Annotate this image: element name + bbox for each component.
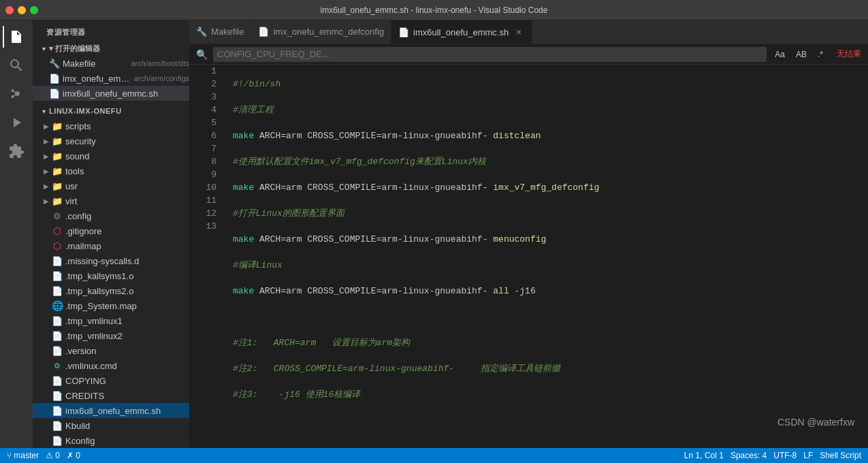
vmlinux1-label: .tmp_vmlinux1 (65, 316, 189, 326)
open-editors-section[interactable]: ▾ ▾ 打开的编辑器 (33, 41, 189, 56)
whole-word-btn[interactable]: AB (793, 48, 809, 61)
kallsyms1-icon: 📄 (52, 270, 63, 281)
tree-item-kallsyms1[interactable]: 📄 .tmp_kallsyms1.o (33, 268, 189, 283)
missing-syscalls-label: .missing-syscalls.d (65, 256, 189, 266)
tree-item-usr[interactable]: ▶ 📁 usr (33, 178, 189, 193)
code-line-12: #注2: CROSS_COMPILE=arm-linux-gnueabihf- … (233, 362, 857, 375)
close-button[interactable] (5, 6, 14, 14)
activity-bar (0, 20, 33, 448)
kallsyms2-icon: 📄 (52, 285, 63, 296)
tree-item-missing-syscalls[interactable]: 📄 .missing-syscalls.d (33, 253, 189, 268)
version-label: .version (65, 346, 189, 356)
tree-item-copying[interactable]: 📄 COPYING (33, 373, 189, 388)
copying-icon: 📄 (52, 375, 63, 386)
version-icon: 📄 (52, 345, 63, 356)
tree-item-virt[interactable]: ▶ 📁 virt (33, 193, 189, 208)
tree-item-vmlinux-cmd[interactable]: ⚙ .vmlinux.cmd (33, 358, 189, 373)
source-control-icon[interactable] (3, 80, 30, 108)
code-line-3: make ARCH=arm CROSS_COMPILE=arm-linux-gn… (233, 129, 857, 142)
tree-item-mailmap[interactable]: ⬡ .mailmap (33, 238, 189, 253)
open-file-makefile[interactable]: 🔧 Makefile arch/arm/boot/dts (33, 56, 189, 71)
tree-item-scripts[interactable]: ▶ 📁 scripts (33, 118, 189, 133)
search-input[interactable] (213, 47, 767, 62)
editor-content[interactable]: 1 2 3 4 5 6 7 8 9 10 11 12 13 #!/bin/sh … (189, 65, 868, 448)
tree-item-sysmap[interactable]: 🌐 .tmp_System.map (33, 298, 189, 313)
tree-item-vmlinux2[interactable]: 📄 .tmp_vmlinux2 (33, 328, 189, 343)
minimize-button[interactable] (18, 6, 26, 14)
main-layout: 资源管理器 ▾ ▾ 打开的编辑器 🔧 Makefile arch/arm/boo… (0, 20, 868, 448)
search-bar: 🔍 Aa AB .* 无结果 (189, 44, 868, 65)
cursor-position[interactable]: Ln 1, Col 1 (684, 451, 724, 460)
tree-item-config[interactable]: ⚙ .config (33, 208, 189, 223)
security-arrow: ▶ (41, 135, 52, 146)
watermark: CSDN @waterfxw (777, 417, 854, 428)
sh-tab-icon: 📄 (398, 27, 409, 37)
errors-count[interactable]: ⚠ 0 (46, 451, 60, 460)
code-line-10 (233, 310, 857, 323)
kallsyms1-label: .tmp_kallsyms1.o (65, 271, 189, 281)
vmlinux2-label: .tmp_vmlinux2 (65, 331, 189, 341)
warnings-count[interactable]: ✗ 0 (67, 451, 80, 460)
tree-item-credits[interactable]: 📄 CREDITS (33, 388, 189, 403)
tree-item-vmlinux1[interactable]: 📄 .tmp_vmlinux1 (33, 313, 189, 328)
line-numbers: 1 2 3 4 5 6 7 8 9 10 11 12 13 (189, 65, 222, 448)
defconfig-icon: 📄 (49, 73, 60, 84)
git-branch[interactable]: ⑂ master (7, 451, 39, 460)
open-file-defconfig[interactable]: 📄 imx_onefu_emmc_defconfig arch/arm/conf… (33, 71, 189, 86)
tree-item-sound[interactable]: ▶ 📁 sound (33, 148, 189, 163)
vmlinux2-icon: 📄 (52, 330, 63, 341)
vmlinux-cmd-icon: ⚙ (52, 360, 63, 371)
scripts-folder-icon: 📁 (52, 121, 63, 131)
makefile-tab-icon: 🔧 (196, 27, 207, 37)
tree-item-tools[interactable]: ▶ 📁 tools (33, 163, 189, 178)
virt-folder-icon: 📁 (52, 195, 63, 206)
tree-item-kallsyms2[interactable]: 📄 .tmp_kallsyms2.o (33, 283, 189, 298)
code-line-5: make ARCH=arm CROSS_COMPILE=arm-linux-gn… (233, 181, 857, 194)
tree-item-version[interactable]: 📄 .version (33, 343, 189, 358)
spaces[interactable]: Spaces: 4 (730, 451, 767, 460)
kbuild-label: Kbuild (65, 421, 189, 431)
tree-item-kconfig[interactable]: 📄 Kconfig (33, 433, 189, 448)
tools-folder-icon: 📁 (52, 165, 63, 176)
tree-item-gitignore[interactable]: ⬡ .gitignore (33, 223, 189, 238)
code-line-13: #注3: -j16 使用16核编译 (233, 388, 857, 401)
vmlinux1-icon: 📄 (52, 315, 63, 326)
language-mode[interactable]: Shell Script (820, 451, 861, 460)
sysmap-icon: 🌐 (52, 300, 63, 311)
tree-item-sh-selected[interactable]: 📄 imx6ull_onefu_emmc.sh (33, 403, 189, 418)
tab-sh-close[interactable]: × (513, 26, 525, 38)
mailmap-label: .mailmap (65, 241, 189, 251)
files-icon[interactable] (3, 23, 30, 50)
line-ending[interactable]: LF (803, 451, 813, 460)
tab-makefile[interactable]: 🔧 Makefile (189, 20, 251, 44)
tab-defconfig[interactable]: 📄 imx_onefu_emmc_defconfig (251, 20, 391, 44)
extensions-icon[interactable] (3, 138, 30, 165)
code-line-11: #注1: ARCH=arm 设置目标为arm架构 (233, 336, 857, 349)
open-file-sh[interactable]: 📄 imx6ull_onefu_emmc.sh (33, 86, 189, 101)
status-right: Ln 1, Col 1 Spaces: 4 UTF-8 LF Shell Scr… (684, 451, 861, 460)
run-icon[interactable] (3, 109, 30, 136)
usr-label: usr (65, 181, 189, 191)
gitignore-icon: ⬡ (52, 225, 63, 236)
tree-item-security[interactable]: ▶ 📁 security (33, 133, 189, 148)
credits-icon: 📄 (52, 390, 63, 401)
code-line-2: #清理工程 (233, 103, 857, 116)
sh-file-label: imx6ull_onefu_emmc.sh (65, 406, 189, 416)
search-icon-find: 🔍 (196, 49, 208, 60)
maximize-button[interactable] (30, 6, 38, 14)
tab-sh[interactable]: 📄 imx6ull_onefu_emmc.sh × (391, 20, 532, 44)
open-file-makefile-name: Makefile (63, 59, 128, 69)
match-case-btn[interactable]: Aa (772, 48, 788, 61)
encoding[interactable]: UTF-8 (773, 451, 797, 460)
kconfig-label: Kconfig (65, 436, 189, 446)
tree-item-kbuild[interactable]: 📄 Kbuild (33, 418, 189, 433)
project-root[interactable]: ▾ LINUX-IMX-ONEFU (33, 103, 189, 118)
regex-btn[interactable]: .* (815, 48, 826, 61)
code-area[interactable]: #!/bin/sh #清理工程 make ARCH=arm CROSS_COMP… (222, 65, 868, 448)
project-root-arrow: ▾ (38, 106, 49, 116)
sound-label: sound (65, 151, 189, 161)
open-editors-label: ▾ 打开的编辑器 (49, 44, 189, 54)
mailmap-icon: ⬡ (52, 240, 63, 251)
sidebar-content: ▾ ▾ 打开的编辑器 🔧 Makefile arch/arm/boot/dts … (33, 41, 189, 448)
search-icon[interactable] (3, 52, 30, 79)
